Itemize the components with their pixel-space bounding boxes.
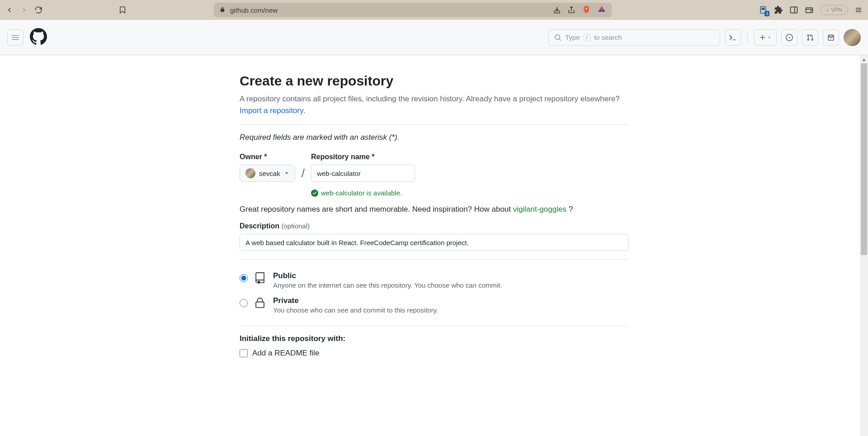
description-input[interactable] xyxy=(240,234,628,251)
inspiration-text: Great repository names are short and mem… xyxy=(240,205,628,214)
scroll-thumb[interactable] xyxy=(861,63,867,255)
main-content-area: Create a new repository A repository con… xyxy=(0,55,868,436)
public-radio-option[interactable]: Public Anyone on the internet can see th… xyxy=(240,268,628,293)
browser-right-toolbar: 3 VPN xyxy=(759,5,863,15)
readme-checkbox-option[interactable]: Add a README file xyxy=(240,349,628,358)
brave-shield-icon[interactable] xyxy=(582,5,591,15)
public-desc: Anyone on the internet can see this repo… xyxy=(273,281,628,289)
url-bar[interactable]: github.com/new xyxy=(214,3,612,17)
forward-icon[interactable] xyxy=(20,6,28,14)
required-fields-note: Required fields are marked with an aster… xyxy=(240,133,628,142)
lock-icon xyxy=(219,6,226,14)
brave-rewards-icon[interactable] xyxy=(597,5,606,15)
search-slash: / xyxy=(584,34,590,41)
owner-label: Owner * xyxy=(240,153,295,161)
repo-icon xyxy=(254,272,267,286)
import-repository-link[interactable]: Import a repository. xyxy=(240,106,305,115)
search-suffix: to search xyxy=(594,33,622,41)
suggested-name-link[interactable]: vigilant-goggles xyxy=(513,205,566,213)
public-radio[interactable] xyxy=(240,274,248,282)
notifications-button[interactable] xyxy=(823,29,839,46)
extension-badge: 3 xyxy=(764,11,769,16)
owner-select[interactable]: sevcak xyxy=(240,165,295,182)
browser-toolbar: github.com/new 3 VPN xyxy=(0,0,868,20)
search-prefix: Type xyxy=(565,33,580,41)
bookmark-icon[interactable] xyxy=(118,6,127,14)
readme-label: Add a README file xyxy=(252,349,319,358)
issues-button[interactable] xyxy=(781,29,797,46)
private-title: Private xyxy=(273,296,628,305)
search-input[interactable]: Type / to search xyxy=(548,29,720,46)
repo-name-label: Repository name * xyxy=(311,153,415,161)
availability-status: web-calculator is available. xyxy=(311,189,415,197)
svg-point-6 xyxy=(811,10,812,11)
owner-avatar xyxy=(245,168,255,178)
pull-requests-button[interactable] xyxy=(802,29,818,46)
repo-name-input[interactable] xyxy=(311,165,415,182)
private-radio-option[interactable]: Private You choose who can see and commi… xyxy=(240,293,628,318)
share-icon[interactable] xyxy=(567,6,576,14)
wallet-icon[interactable] xyxy=(805,5,814,14)
slash-separator: / xyxy=(302,166,305,180)
github-logo[interactable] xyxy=(30,28,47,47)
url-text: github.com/new xyxy=(230,6,278,14)
scrollbar[interactable]: ▲ ▼ xyxy=(860,55,868,436)
public-title: Public xyxy=(273,271,628,280)
command-palette-button[interactable] xyxy=(725,29,741,46)
private-radio[interactable] xyxy=(240,299,248,307)
svg-rect-0 xyxy=(554,11,560,13)
owner-name: sevcak xyxy=(259,170,280,177)
private-desc: You choose who can see and commit to thi… xyxy=(273,306,628,314)
svg-rect-2 xyxy=(762,8,765,10)
readme-checkbox[interactable] xyxy=(240,349,248,357)
reload-icon[interactable] xyxy=(34,6,42,14)
description-label: Description (optional) xyxy=(240,222,628,230)
initialize-title: Initialize this repository with: xyxy=(240,334,628,343)
chevron-down-icon xyxy=(284,171,289,176)
page-subtitle: A repository contains all project files,… xyxy=(240,93,628,116)
nav-controls xyxy=(5,6,49,14)
sidebar-icon[interactable] xyxy=(789,5,798,14)
scroll-up-arrow[interactable]: ▲ xyxy=(860,55,868,63)
back-icon[interactable] xyxy=(5,6,14,14)
vpn-badge[interactable]: VPN xyxy=(820,5,848,15)
download-icon[interactable] xyxy=(553,6,561,14)
check-circle-icon xyxy=(311,190,318,197)
menu-icon[interactable] xyxy=(854,6,863,14)
svg-rect-3 xyxy=(791,7,797,13)
page-title: Create a new repository xyxy=(240,73,628,89)
puzzle-icon[interactable] xyxy=(774,5,783,14)
lock-icon xyxy=(254,297,267,311)
hamburger-menu-button[interactable] xyxy=(7,29,24,46)
extension-icon[interactable]: 3 xyxy=(759,5,768,14)
github-header: Type / to search xyxy=(0,20,868,55)
user-avatar[interactable] xyxy=(844,29,861,46)
create-new-button[interactable] xyxy=(754,29,777,46)
